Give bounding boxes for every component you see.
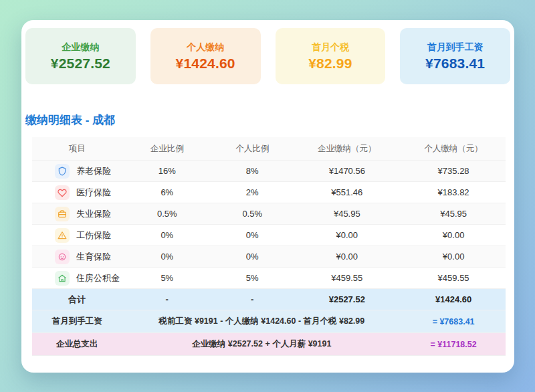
company-ratio-cell: 0% <box>122 246 213 268</box>
company-ratio-cell: 0% <box>122 225 213 246</box>
shield-icon <box>55 164 70 179</box>
takehome-result: = ¥7683.41 <box>401 310 506 333</box>
header-personal-ratio: 个人比例 <box>212 137 292 161</box>
company-contribution-value: ¥2527.52 <box>51 56 110 70</box>
first-month-tax-card: 首月个税 ¥82.99 <box>276 28 386 84</box>
total-label: 合计 <box>32 289 122 310</box>
company-amount-cell: ¥459.55 <box>292 268 401 289</box>
takehome-formula: 税前工资 ¥9191 - 个人缴纳 ¥1424.60 - 首月个税 ¥82.99 <box>122 310 402 333</box>
header-personal-amount: 个人缴纳（元） <box>401 137 506 161</box>
personal-amount-cell: ¥0.00 <box>401 225 506 246</box>
first-month-takehome-label: 首月到手工资 <box>427 42 484 52</box>
table-row: 生育保险 0% 0% ¥0.00 ¥0.00 <box>32 246 506 268</box>
header-company-ratio: 企业比例 <box>122 137 213 161</box>
personal-amount-cell: ¥45.95 <box>401 203 506 225</box>
company-ratio-cell: 0.5% <box>122 203 213 225</box>
insurance-name: 住房公积金 <box>76 272 120 284</box>
first-month-tax-value: ¥82.99 <box>308 56 352 70</box>
baby-face-icon <box>55 250 70 264</box>
first-month-takehome-card: 首月到手工资 ¥7683.41 <box>400 28 510 84</box>
total-personal-ratio: - <box>212 289 292 310</box>
company-amount-cell: ¥551.46 <box>292 182 401 203</box>
personal-contribution-label: 个人缴纳 <box>187 42 224 52</box>
personal-amount-cell: ¥735.28 <box>401 161 506 182</box>
table-row: 养老保险 16% 8% ¥1470.56 ¥735.28 <box>32 161 506 182</box>
company-ratio-cell: 16% <box>122 161 213 182</box>
company-amount-cell: ¥0.00 <box>292 225 401 246</box>
total-company-ratio: - <box>122 289 213 310</box>
table-row: 医疗保险 6% 2% ¥551.46 ¥183.82 <box>32 182 506 203</box>
company-ratio-cell: 6% <box>122 182 213 203</box>
company-contribution-label: 企业缴纳 <box>62 42 99 52</box>
header-company-amount: 企业缴纳（元） <box>292 137 401 161</box>
total-row: 合计 - - ¥2527.52 ¥1424.60 <box>32 289 506 310</box>
personal-ratio-cell: 0% <box>212 246 292 268</box>
personal-ratio-cell: 0.5% <box>212 203 292 225</box>
briefcase-icon <box>55 207 70 221</box>
company-amount-cell: ¥0.00 <box>292 246 401 268</box>
contribution-table: 项目 企业比例 个人比例 企业缴纳（元） 个人缴纳（元） 养老保险 16% 8%… <box>32 137 506 356</box>
employer-total-label: 企业总支出 <box>32 333 122 356</box>
table-row: 失业保险 0.5% 0.5% ¥45.95 ¥45.95 <box>32 203 506 225</box>
house-icon <box>55 271 70 286</box>
contribution-table-wrapper: 项目 企业比例 个人比例 企业缴纳（元） 个人缴纳（元） 养老保险 16% 8%… <box>32 137 506 356</box>
total-personal-amount: ¥1424.60 <box>401 289 506 310</box>
personal-ratio-cell: 8% <box>212 161 292 182</box>
total-company-amount: ¥2527.52 <box>292 289 401 310</box>
company-amount-cell: ¥1470.56 <box>292 161 401 182</box>
takehome-row: 首月到手工资 税前工资 ¥9191 - 个人缴纳 ¥1424.60 - 首月个税… <box>32 310 506 333</box>
calculator-result-panel: 企业缴纳 ¥2527.52 个人缴纳 ¥1424.60 首月个税 ¥82.99 … <box>21 20 514 373</box>
insurance-name: 养老保险 <box>76 165 111 177</box>
insurance-name: 医疗保险 <box>76 187 111 199</box>
insurance-name: 失业保险 <box>76 208 111 220</box>
personal-contribution-value: ¥1424.60 <box>176 56 235 70</box>
table-row: 住房公积金 5% 5% ¥459.55 ¥459.55 <box>32 268 506 289</box>
header-item: 项目 <box>32 137 122 161</box>
first-month-tax-label: 首月个税 <box>312 42 349 52</box>
table-row: 工伤保险 0% 0% ¥0.00 ¥0.00 <box>32 225 506 246</box>
personal-ratio-cell: 0% <box>212 225 292 246</box>
first-month-takehome-value: ¥7683.41 <box>425 56 485 70</box>
personal-ratio-cell: 2% <box>212 182 292 203</box>
employer-total-row: 企业总支出 企业缴纳 ¥2527.52 + 个人月薪 ¥9191 = ¥1171… <box>32 333 506 356</box>
table-header-row: 项目 企业比例 个人比例 企业缴纳（元） 个人缴纳（元） <box>32 137 506 161</box>
heart-icon <box>55 185 70 200</box>
insurance-name: 工伤保险 <box>76 229 111 241</box>
insurance-name: 生育保险 <box>76 251 111 263</box>
employer-total-formula: 企业缴纳 ¥2527.52 + 个人月薪 ¥9191 <box>122 333 402 356</box>
takehome-label: 首月到手工资 <box>32 310 122 333</box>
personal-amount-cell: ¥183.82 <box>401 182 506 203</box>
summary-cards: 企业缴纳 ¥2527.52 个人缴纳 ¥1424.60 首月个税 ¥82.99 … <box>21 20 514 84</box>
personal-amount-cell: ¥459.55 <box>401 268 506 289</box>
insurance-table-body: 养老保险 16% 8% ¥1470.56 ¥735.28 医疗保险 6% 2% … <box>32 161 506 289</box>
page-title: 缴纳明细表 - 成都 <box>25 112 510 128</box>
personal-amount-cell: ¥0.00 <box>401 246 506 268</box>
personal-ratio-cell: 5% <box>212 268 292 289</box>
company-ratio-cell: 5% <box>122 268 213 289</box>
warning-triangle-icon <box>55 228 70 243</box>
company-amount-cell: ¥45.95 <box>292 203 401 225</box>
personal-contribution-card: 个人缴纳 ¥1424.60 <box>150 28 261 84</box>
employer-total-result: = ¥11718.52 <box>401 333 506 356</box>
company-contribution-card: 企业缴纳 ¥2527.52 <box>25 28 136 84</box>
